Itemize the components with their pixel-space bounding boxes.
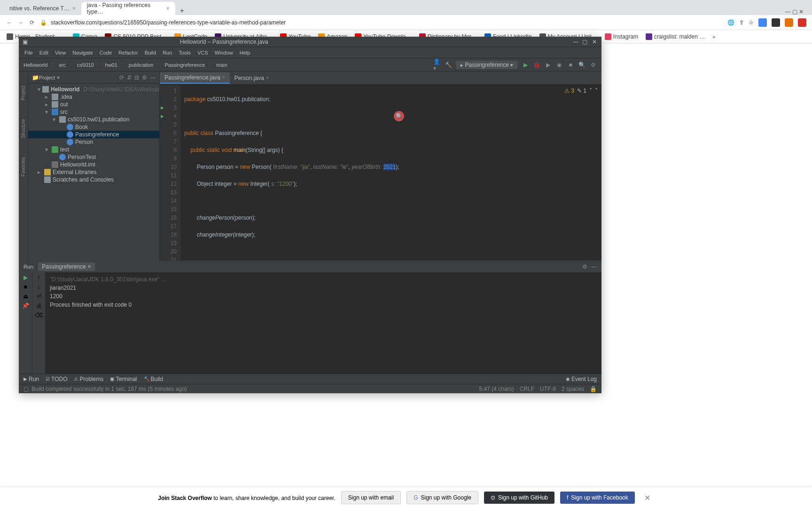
breadcrumb[interactable]: publication	[129, 62, 154, 68]
menu-navigate[interactable]: Navigate	[70, 49, 95, 56]
menu-window[interactable]: Window	[212, 49, 236, 56]
build-icon[interactable]: 🔨	[445, 61, 452, 69]
menu-run[interactable]: Run	[160, 49, 175, 56]
close-icon[interactable]: ×	[166, 5, 170, 12]
code-editor[interactable]: ⚠ 3 ✎ 1 ˄˅ 🔍 12 ▶3 ▶4 567 8910 111213 14…	[160, 85, 601, 261]
menu-help[interactable]: Help	[237, 49, 253, 56]
user-icon[interactable]: 👤▾	[433, 61, 441, 69]
structure-tool-button[interactable]: Structure	[21, 119, 26, 138]
expand-icon[interactable]: ⊟	[134, 74, 139, 81]
close-icon[interactable]: ✕	[591, 39, 598, 45]
tree-item[interactable]: ▾src	[28, 108, 159, 116]
gear-icon[interactable]: ⚙	[142, 74, 147, 81]
event-log-button[interactable]: ◉ Event Log	[566, 376, 597, 382]
hide-icon[interactable]: —	[591, 263, 597, 270]
run-tab[interactable]: Passingreference ×	[38, 262, 94, 271]
up-icon[interactable]: ↑	[38, 274, 40, 281]
rerun-icon[interactable]: ▶	[23, 274, 28, 281]
close-icon[interactable]: ✕	[640, 493, 654, 502]
signup-facebook-button[interactable]: fSign up with Facebook	[560, 492, 635, 504]
star-icon[interactable]: ☆	[749, 19, 754, 26]
tree-item[interactable]: Book	[28, 123, 159, 131]
signup-email-button[interactable]: Sign up with email	[341, 491, 401, 504]
coverage-icon[interactable]: ▶	[544, 61, 552, 69]
bottom-tab-run[interactable]: ▶ Run	[23, 376, 39, 382]
print-icon[interactable]: 🖨	[36, 302, 42, 309]
signup-google-button[interactable]: GSign up with Google	[406, 491, 478, 504]
project-tool-button[interactable]: Project	[21, 86, 26, 100]
close-icon[interactable]: ×	[266, 75, 269, 80]
tree-item[interactable]: ▾cs5010.hw01.publication	[28, 116, 159, 123]
editor-tab[interactable]: Person.java×	[230, 73, 273, 83]
tree-item[interactable]: ▸.idea	[28, 93, 159, 101]
close-icon[interactable]: ×	[72, 5, 76, 12]
breadcrumb[interactable]: Helloworld	[23, 62, 47, 68]
maximize-icon[interactable]: ▢	[582, 39, 588, 45]
back-icon[interactable]: ←	[6, 19, 13, 26]
extension-icon[interactable]	[798, 18, 806, 27]
run-icon[interactable]: ▶	[522, 61, 529, 69]
menu-edit[interactable]: Edit	[37, 49, 51, 56]
tree-item[interactable]: Person	[28, 138, 159, 146]
extension-icon[interactable]	[758, 18, 767, 27]
bookmark[interactable]: Instagram	[602, 32, 641, 41]
down-icon[interactable]: ↓	[38, 284, 40, 290]
tree-item[interactable]: PersonTest	[28, 153, 159, 161]
menu-view[interactable]: View	[52, 49, 69, 56]
search-icon[interactable]: 🔍	[578, 61, 586, 69]
breadcrumb[interactable]: src	[59, 62, 66, 68]
bookmark[interactable]: craigslist: malden …	[643, 32, 708, 41]
breadcrumb[interactable]: Passingreference	[164, 62, 205, 68]
breadcrumb[interactable]: main	[216, 62, 227, 68]
project-tree[interactable]: ▾Helloworld D:\Study\IntelliJ IDEA\Works…	[28, 84, 159, 261]
tree-item[interactable]: Helloworld.iml	[28, 161, 159, 168]
stop-icon[interactable]: ■	[23, 284, 27, 290]
code-content[interactable]: package cs5010.hw01.publication; public …	[180, 85, 601, 261]
share-icon[interactable]: ⇪	[739, 19, 744, 26]
pin-icon[interactable]: 📌	[22, 302, 29, 309]
indent[interactable]: 2 spaces	[562, 386, 584, 392]
close-icon[interactable]: ×	[222, 75, 225, 80]
stop-icon[interactable]: ■	[567, 61, 574, 69]
exit-icon[interactable]: ⏏	[23, 293, 28, 300]
profile-icon[interactable]: ◉	[555, 61, 563, 69]
bottom-tab-terminal[interactable]: ▣ Terminal	[110, 376, 137, 382]
breadcrumb[interactable]: hw01	[105, 62, 117, 68]
extension-icon[interactable]	[772, 18, 780, 27]
tree-item[interactable]: Scratches and Consoles	[28, 176, 159, 183]
inspection-widget[interactable]: ⚠ 3 ✎ 1 ˄˅	[564, 87, 598, 94]
breadcrumb[interactable]: cs5010	[77, 62, 94, 68]
clear-icon[interactable]: ⌫	[35, 312, 43, 318]
tree-item[interactable]: ▸External Libraries	[28, 168, 159, 176]
bottom-tab-problems[interactable]: ⚠ Problems	[74, 376, 103, 382]
menu-vcs[interactable]: VCS	[195, 49, 211, 56]
debug-icon[interactable]: 🐞	[533, 61, 540, 69]
extension-icon[interactable]	[785, 18, 793, 27]
collapse-icon[interactable]: ⇵	[127, 74, 132, 81]
tree-item-selected[interactable]: Passingreference	[28, 131, 159, 138]
gear-icon[interactable]: ⚙	[582, 263, 587, 270]
translate-icon[interactable]: 🌐	[727, 19, 734, 26]
browser-tab-1[interactable]: nitive vs. Reference T…×	[4, 2, 81, 15]
favorites-tool-button[interactable]: Favorites	[21, 157, 26, 176]
menu-code[interactable]: Code	[97, 49, 115, 56]
forward-icon[interactable]: →	[17, 19, 24, 26]
line-separator[interactable]: CRLF	[520, 386, 534, 392]
menu-refactor[interactable]: Refactor	[116, 49, 141, 56]
menu-build[interactable]: Build	[142, 49, 159, 56]
bottom-tab-todo[interactable]: ☑ TODO	[46, 376, 67, 382]
menu-file[interactable]: File	[22, 49, 36, 56]
close-icon[interactable]: ×	[88, 263, 91, 270]
editor-tab-active[interactable]: Passingreference.java×	[160, 72, 230, 84]
signup-github-button[interactable]: ⊙Sign up with GitHub	[484, 492, 554, 504]
hide-icon[interactable]: —	[150, 74, 156, 81]
url-field[interactable]: stackoverflow.com/questions/2165950/pass…	[51, 19, 724, 26]
gear-icon[interactable]: ⚙	[589, 61, 597, 69]
lock-icon[interactable]: 🔒	[590, 386, 597, 392]
menu-tools[interactable]: Tools	[176, 49, 194, 56]
bookmarks-overflow[interactable]: »	[710, 33, 718, 40]
minimize-icon[interactable]: —	[572, 39, 579, 45]
run-config-selector[interactable]: ▸ Passingreference ▾	[456, 61, 518, 69]
cursor-position[interactable]: 5:47 (4 chars)	[479, 386, 514, 392]
reload-icon[interactable]: ⟳	[28, 19, 36, 26]
